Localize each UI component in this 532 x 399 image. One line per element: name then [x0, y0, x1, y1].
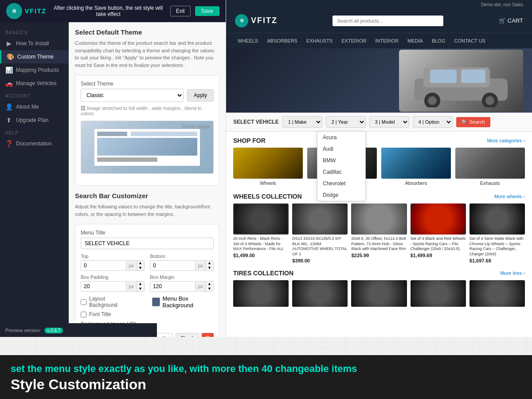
year-select[interactable]: 2 | Year: [326, 116, 366, 128]
wheel-card-img-5[interactable]: [469, 203, 525, 235]
sidebar-item-label-vehicles: Manage Vehicles: [16, 80, 56, 86]
exit-button[interactable]: Exit: [170, 6, 191, 16]
store-search-input[interactable]: [332, 16, 443, 26]
sidebar-layout: BASEICS ▶ How To Install 🎨 Custom Theme …: [0, 22, 226, 337]
padding-unit: px: [126, 282, 136, 291]
app-logo-text: VFITZ: [25, 8, 47, 15]
sidebar-item-how-to-install[interactable]: ▶ How To Install: [0, 37, 69, 50]
make-select[interactable]: 1 | Make: [282, 116, 322, 128]
sidebar-item-manage-vehicles[interactable]: 🚗 Manage Vehicles: [0, 77, 69, 90]
top-down[interactable]: ▼: [137, 266, 144, 270]
search-vehicle-button[interactable]: 🔍 Search: [456, 117, 490, 127]
margin-up[interactable]: ▲: [206, 282, 213, 286]
wheel-card-img-1[interactable]: [233, 203, 289, 235]
vehicle-selector: SELECT VEHICLE 1 | Make 2 | Year 3 | Mod…: [226, 113, 532, 132]
store-nav: WHEELS ABSORBERS EXHAUSTS EXTERIOR INTER…: [226, 33, 532, 48]
make-dodge[interactable]: Dodge: [317, 189, 365, 201]
tire-img-4[interactable]: [411, 280, 466, 307]
person-icon: 👤: [5, 103, 12, 110]
bottom-group: Bottom px ▲ ▼: [150, 254, 214, 271]
make-audi[interactable]: Audi: [317, 143, 365, 155]
layout-bg-checkbox[interactable]: [81, 299, 86, 305]
more-categories-link[interactable]: More categories ›: [487, 138, 525, 143]
nav-contact-us[interactable]: CONTACT US: [450, 33, 490, 48]
bottom-up[interactable]: ▲: [206, 261, 213, 266]
tires-heading: TIRES COLLECTION: [233, 270, 293, 277]
wheel-card-img-3[interactable]: [351, 203, 407, 235]
check-button[interactable]: Check: [176, 333, 199, 337]
shop-item-exhausts: Exhausts: [455, 148, 525, 186]
padding-up[interactable]: ▲: [137, 282, 144, 286]
theme-dropdown[interactable]: Classic: [81, 89, 184, 102]
nav-media[interactable]: MEDIA: [403, 33, 427, 48]
wheel-card-img-2[interactable]: [292, 203, 348, 235]
svg-rect-2: [430, 70, 457, 83]
wheel-card-price-2: $399.00: [292, 258, 348, 263]
font-title-label: Font Title: [89, 311, 111, 317]
wheel-card-5: Set of 4 Semi Matte Black with Chrome Li…: [469, 203, 525, 263]
tire-img-3[interactable]: [351, 280, 407, 307]
help-icon: ❓: [5, 140, 12, 147]
app-logo-icon: ⚙: [6, 3, 22, 19]
bottom-input[interactable]: [150, 261, 195, 270]
wheel-card-price-1: $1,499.00: [233, 253, 289, 258]
apply-button[interactable]: Apply: [187, 89, 214, 102]
font-title-checkbox[interactable]: [81, 312, 86, 317]
shop-for-section: SHOP FOR More categories › Wheels Tires …: [226, 132, 532, 189]
margin-down[interactable]: ▼: [206, 286, 213, 291]
sidebar-item-mapping-products[interactable]: 📊 Mapping Products: [0, 63, 69, 77]
top-up[interactable]: ▲: [137, 261, 144, 266]
nav-exhausts[interactable]: EXHAUSTS: [302, 33, 337, 48]
wheels-collection-section: WHEELS COLLECTION More wheels › 20 Inch …: [226, 189, 532, 267]
top-input[interactable]: [81, 261, 126, 270]
more-wheels-link[interactable]: More wheels ›: [494, 194, 525, 199]
store-logo: ⚙ VFITZ: [235, 14, 278, 27]
bottom-down[interactable]: ▼: [206, 266, 213, 270]
option-select[interactable]: 4 | Option: [413, 116, 453, 128]
make-cadillac[interactable]: Cadillac: [317, 166, 365, 178]
nav-blog[interactable]: BLOG: [427, 33, 450, 48]
select-theme-section: Select Theme Classic Apply 🖼 Image stret…: [75, 75, 219, 186]
sidebar-item-about-me[interactable]: 👤 About Me: [0, 100, 69, 113]
nav-interior[interactable]: INTERIOR: [371, 33, 403, 48]
tires-header: TIRES COLLECTION More tires ›: [233, 270, 525, 277]
padding-down[interactable]: ▼: [137, 286, 144, 291]
tire-img-2[interactable]: [292, 280, 348, 307]
menu-title-input[interactable]: [81, 238, 214, 249]
nav-wheels[interactable]: WHEELS: [233, 33, 262, 48]
nav-absorbers[interactable]: ABSORBERS: [262, 33, 301, 48]
menu-box-bg-swatch[interactable]: [152, 297, 160, 306]
save-button[interactable]: Save: [195, 6, 219, 16]
model-select[interactable]: 3 | Model: [369, 116, 409, 128]
wheel-card-title-1: 20 Inch Rims - Black Rims - Set of 4 Whe…: [233, 236, 289, 252]
top-unit: px: [126, 261, 136, 270]
box-margin-label: Box Margin: [150, 274, 214, 280]
sidebar-item-documentation[interactable]: ❓ Documentation: [0, 137, 69, 150]
sidebar-item-label-mapping: Mapping Products: [16, 67, 59, 73]
wheel-card-title-3: 20x8.5, 35 Offset, 5x114.3 Bolt Pattern,…: [351, 236, 407, 252]
nav-exterior[interactable]: EXTERIOR: [337, 33, 371, 48]
box-padding-input[interactable]: [81, 282, 126, 291]
wheel-category-image[interactable]: [233, 148, 303, 179]
make-chevrolet[interactable]: Chevrolet: [317, 178, 365, 189]
wheel-card-img-4[interactable]: [411, 203, 466, 235]
cart-button[interactable]: 🛒 CART: [499, 17, 523, 24]
sidebar-item-custom-theme[interactable]: 🎨 Custom Theme: [0, 50, 69, 63]
svg-rect-3: [461, 70, 485, 83]
make-bmw[interactable]: BMW: [317, 155, 365, 166]
box-margin-input[interactable]: [150, 282, 195, 291]
upgrade-icon: ⬆: [5, 117, 12, 124]
theme-note: 🖼 Image stretched to full width , wide m…: [81, 106, 214, 116]
delete-url-button[interactable]: 🗑: [202, 333, 214, 337]
left-panel: ⚙ VFITZ After clicking the Save button, …: [0, 0, 226, 337]
sidebar-item-upgrade-plan[interactable]: ⬆ Upgrade Plan: [0, 113, 69, 127]
tire-img-1[interactable]: [233, 280, 289, 307]
shop-for-heading: SHOP FOR: [233, 137, 266, 144]
make-acura[interactable]: Acura: [317, 132, 365, 143]
tire-img-5[interactable]: [469, 280, 525, 307]
more-tires-link[interactable]: More tires ›: [500, 270, 525, 276]
shop-item-wheels: Wheels: [233, 148, 303, 186]
tire-card-4: [411, 280, 466, 307]
exhaust-category-image[interactable]: [455, 148, 525, 179]
absorber-category-image[interactable]: [381, 148, 451, 179]
